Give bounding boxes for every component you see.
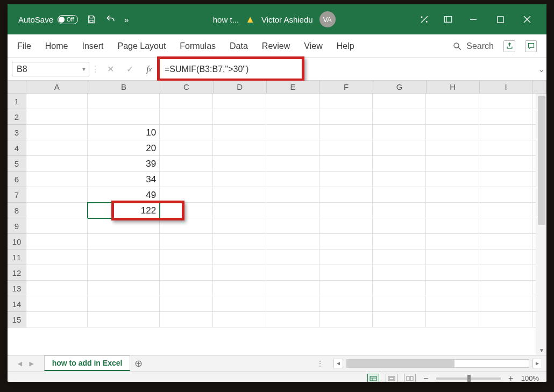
cell-G6[interactable] [373,172,426,187]
zoom-out-button[interactable]: − [422,374,430,382]
tab-view[interactable]: View [304,41,322,51]
row-header-2[interactable]: 2 [8,109,26,125]
formula-input[interactable] [160,62,531,77]
cell-C13[interactable] [160,281,213,296]
cell-G3[interactable] [373,125,426,140]
cell-F6[interactable] [319,172,373,187]
cell-I14[interactable] [479,296,532,312]
normal-view-button[interactable] [367,374,379,382]
cell-E9[interactable] [266,218,319,234]
cell-A6[interactable] [26,172,88,187]
enter-formula-icon[interactable]: ✓ [122,62,138,76]
cell-G4[interactable] [373,140,426,156]
cell-G14[interactable] [373,296,426,312]
zoom-slider[interactable] [436,377,501,380]
cell-I15[interactable] [479,312,532,327]
cell-F9[interactable] [319,218,373,234]
cell-F13[interactable] [319,281,373,296]
cell-E3[interactable] [266,125,319,140]
cell-D10[interactable] [213,234,266,250]
cell-C8[interactable] [160,203,213,218]
cell-A15[interactable] [26,312,88,327]
tab-help[interactable]: Help [337,41,354,51]
warning-icon[interactable]: ▲ [245,14,255,25]
row-header-15[interactable]: 15 [8,312,26,327]
cell-E11[interactable] [266,250,319,265]
cell-B14[interactable] [88,296,160,312]
maximize-button[interactable] [493,12,508,27]
cell-D11[interactable] [213,250,266,265]
cell-H11[interactable] [426,250,479,265]
cell-H2[interactable] [426,109,479,125]
row-header-1[interactable]: 1 [8,94,26,109]
cell-H6[interactable] [426,172,479,187]
tab-page-layout[interactable]: Page Layout [117,41,166,51]
minimize-button[interactable] [466,12,481,27]
cell-I10[interactable] [479,234,532,250]
horizontal-scrollbar[interactable] [346,359,529,368]
cell-B7[interactable]: 49 [88,187,160,203]
cell-I12[interactable] [479,265,532,281]
cell-D2[interactable] [213,109,266,125]
col-header-H[interactable]: H [427,81,480,93]
cell-C10[interactable] [160,234,213,250]
cell-G11[interactable] [373,250,426,265]
page-break-view-button[interactable] [404,374,416,382]
cell-B4[interactable]: 20 [88,140,160,156]
scroll-down-arrow[interactable]: ▼ [536,345,546,355]
cell-A9[interactable] [26,218,88,234]
cell-C3[interactable] [160,125,213,140]
cell-A12[interactable] [26,265,88,281]
cell-A14[interactable] [26,296,88,312]
undo-icon[interactable] [105,13,117,25]
cell-A3[interactable] [26,125,88,140]
worksheet-grid[interactable]: A B C D E F G H I 1231042053963474981229… [8,81,546,355]
next-sheet-icon[interactable]: ► [28,359,35,368]
cell-A2[interactable] [26,109,88,125]
tab-home[interactable]: Home [45,41,68,51]
cell-F10[interactable] [319,234,373,250]
cell-I3[interactable] [479,125,532,140]
cell-E6[interactable] [266,172,319,187]
search-button[interactable]: Search [452,41,494,51]
cell-C1[interactable] [160,94,213,109]
cell-A5[interactable] [26,156,88,172]
row-header-8[interactable]: 8 [8,203,26,218]
cell-H7[interactable] [426,187,479,203]
cell-G2[interactable] [373,109,426,125]
ribbon-display-icon[interactable] [442,13,454,25]
zoom-thumb[interactable] [467,375,471,382]
cell-G13[interactable] [373,281,426,296]
autosave-toggle[interactable]: AutoSave Off [18,15,78,24]
cell-F14[interactable] [319,296,373,312]
tab-data[interactable]: Data [230,41,248,51]
col-header-F[interactable]: F [320,81,373,93]
cell-F7[interactable] [319,187,373,203]
share-icon[interactable] [503,40,515,52]
cell-I4[interactable] [479,140,532,156]
cell-H5[interactable] [426,156,479,172]
cell-E2[interactable] [266,109,319,125]
cell-D4[interactable] [213,140,266,156]
cell-B2[interactable] [88,109,160,125]
cell-E1[interactable] [266,94,319,109]
cell-F2[interactable] [319,109,373,125]
cell-G15[interactable] [373,312,426,327]
cell-F3[interactable] [319,125,373,140]
cell-A10[interactable] [26,234,88,250]
cell-I13[interactable] [479,281,532,296]
zoom-in-button[interactable]: + [507,374,515,382]
scroll-thumb[interactable] [538,96,545,225]
row-header-11[interactable]: 11 [8,250,26,265]
tab-insert[interactable]: Insert [82,41,103,51]
user-avatar[interactable]: VA [319,11,336,27]
page-layout-view-button[interactable] [386,374,397,382]
cell-C12[interactable] [160,265,213,281]
hscroll-right-icon[interactable]: ► [532,359,542,368]
cell-C9[interactable] [160,218,213,234]
cell-E4[interactable] [266,140,319,156]
cell-F12[interactable] [319,265,373,281]
cell-B13[interactable] [88,281,160,296]
cell-A8[interactable] [26,203,88,218]
cell-I5[interactable] [479,156,532,172]
